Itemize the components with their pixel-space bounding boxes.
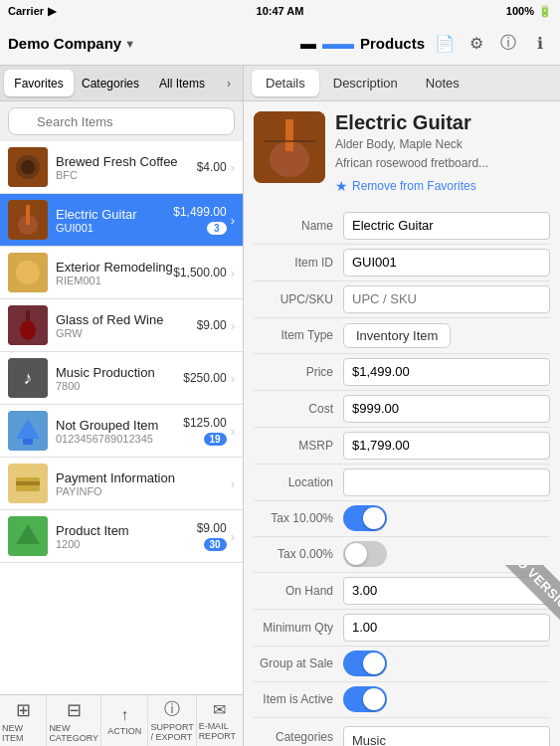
on-hand-row: On Hand — [254, 573, 550, 610]
tax0-toggle[interactable] — [343, 541, 387, 567]
list-item[interactable]: Payment Information PAYINFO › — [0, 458, 243, 510]
tab-details[interactable]: Details — [252, 70, 319, 96]
status-time: 10:47 AM — [189, 5, 370, 17]
chevron-icon: › — [231, 266, 235, 280]
item-id-input[interactable] — [343, 249, 550, 277]
name-input[interactable] — [343, 212, 550, 240]
right-tabs: Details Description Notes — [244, 66, 560, 101]
form-rows: Name Item ID UPC/SKU — [254, 208, 550, 746]
new-item-button[interactable]: ⊞ NEW ITEM — [0, 695, 47, 746]
item-right: $1,500.00 — [173, 266, 226, 280]
new-item-label: NEW ITEM — [2, 723, 44, 743]
categories-label: Categories — [254, 726, 343, 744]
item-type-row: Item Type Inventory Item — [254, 318, 550, 354]
tab-favorites[interactable]: Favorites — [4, 70, 74, 96]
on-hand-input[interactable] — [343, 577, 550, 605]
tabs-more-icon[interactable]: › — [219, 70, 239, 96]
item-name: Glass of Red Wine — [56, 312, 197, 327]
new-category-button[interactable]: ⊟ NEW CATEGORY — [47, 695, 101, 746]
email-report-button[interactable]: ✉ E-MAIL REPORT — [197, 695, 243, 746]
company-title[interactable]: Demo Company ▼ — [8, 35, 300, 52]
left-tabs: Favorites Categories All Items › — [0, 66, 243, 101]
item-code: 0123456789012345 — [56, 433, 183, 445]
item-info: Glass of Red Wine GRW — [56, 312, 197, 339]
msrp-control — [343, 432, 550, 460]
item-right: $125.00 19 — [183, 416, 226, 446]
toggle-knob — [363, 507, 385, 529]
group-at-sale-toggle[interactable] — [343, 651, 387, 676]
item-code: BFC — [56, 169, 197, 181]
tax0-row: Tax 0.00% — [254, 537, 550, 573]
product-image — [254, 111, 325, 183]
nav-right-icons: ▬ ▬▬ Products 📄 ⚙ ⓘ ℹ — [300, 32, 552, 56]
price-row: Price — [254, 354, 550, 391]
tab-categories[interactable]: Categories — [76, 70, 145, 96]
tab-all-items[interactable]: All Items — [147, 70, 217, 96]
chevron-icon: › — [231, 529, 235, 544]
upc-label: UPC/SKU — [254, 292, 343, 306]
item-price: $9.00 — [197, 521, 227, 535]
upc-input[interactable] — [343, 285, 550, 313]
fav-label[interactable]: Remove from Favorites — [352, 179, 476, 193]
name-control — [343, 212, 550, 240]
email-label: E-MAIL REPORT — [199, 721, 241, 741]
name-label: Name — [254, 219, 343, 233]
new-category-icon: ⊟ — [67, 699, 82, 721]
cost-row: Cost — [254, 391, 550, 428]
detail-content: Electric Guitar Alder Body, Maple Neck A… — [244, 101, 560, 746]
info-circle-icon[interactable]: ⓘ — [496, 32, 520, 56]
doc-icon[interactable]: 📄 — [433, 32, 457, 56]
item-type-button[interactable]: Inventory Item — [343, 323, 451, 348]
item-active-toggle[interactable] — [343, 686, 387, 712]
svg-rect-15 — [23, 439, 33, 445]
product-desc-2: African rosewood fretboard... — [335, 155, 550, 172]
list-item[interactable]: Electric Guitar GUI001 $1,499.00 3 › — [0, 194, 243, 247]
cost-input[interactable] — [343, 395, 550, 423]
search-bar: 🔍 — [0, 101, 243, 141]
gear-icon[interactable]: ⚙ — [465, 32, 488, 56]
svg-rect-18 — [16, 481, 40, 485]
action-button[interactable]: ↑ ACTION — [101, 695, 148, 746]
item-price: $4.00 — [197, 160, 227, 174]
on-hand-control — [343, 577, 550, 605]
item-price: $9.00 — [197, 318, 227, 332]
support-export-button[interactable]: ⓘ SUPPORT / EXPORT — [148, 695, 196, 746]
product-name: Electric Guitar — [335, 111, 550, 134]
right-panel-wrap: Details Description Notes Electric Guita… — [244, 66, 560, 746]
tax10-toggle[interactable] — [343, 505, 387, 531]
item-list: Brewed Fresh Coffee BFC $4.00 › Electric… — [0, 141, 243, 694]
item-thumbnail — [8, 464, 48, 503]
min-qty-input[interactable] — [343, 614, 550, 642]
list-item[interactable]: Not Grouped Item 0123456789012345 $125.0… — [0, 405, 243, 458]
cost-label: Cost — [254, 402, 343, 416]
name-row: Name — [254, 208, 550, 245]
tab-notes[interactable]: Notes — [412, 70, 473, 96]
item-active-label: Item is Active — [254, 692, 343, 706]
location-label: Location — [254, 475, 343, 489]
price-control — [343, 358, 550, 386]
list-item[interactable]: Brewed Fresh Coffee BFC $4.00 › — [0, 141, 243, 194]
item-info: Electric Guitar GUI001 — [56, 207, 173, 234]
list-item[interactable]: Product Item 1200 $9.00 30 › — [0, 510, 243, 563]
item-name: Brewed Fresh Coffee — [56, 154, 197, 169]
tab-description[interactable]: Description — [319, 70, 412, 96]
location-input[interactable] — [343, 468, 550, 496]
msrp-input[interactable] — [343, 432, 550, 460]
list-item[interactable]: Glass of Red Wine GRW $9.00 › — [0, 299, 243, 352]
list-item[interactable]: Exterior Remodeling RIEM001 $1,500.00 › — [0, 247, 243, 299]
item-right: $9.00 — [197, 318, 227, 332]
svg-text:♪: ♪ — [24, 368, 33, 388]
item-info: Brewed Fresh Coffee BFC — [56, 154, 197, 181]
item-price: $125.00 — [183, 416, 226, 430]
svg-point-7 — [16, 261, 40, 284]
item-right: $9.00 30 — [197, 521, 227, 551]
item-right: $250.00 — [183, 371, 226, 385]
min-qty-control — [343, 614, 550, 642]
search-input[interactable] — [8, 107, 235, 135]
help-icon[interactable]: ℹ — [528, 32, 552, 56]
item-id-label: Item ID — [254, 256, 343, 270]
price-input[interactable] — [343, 358, 550, 386]
item-thumbnail — [8, 516, 48, 556]
chevron-icon: › — [231, 424, 235, 439]
list-item[interactable]: ♪ Music Production 7800 $250.00 › — [0, 352, 243, 405]
